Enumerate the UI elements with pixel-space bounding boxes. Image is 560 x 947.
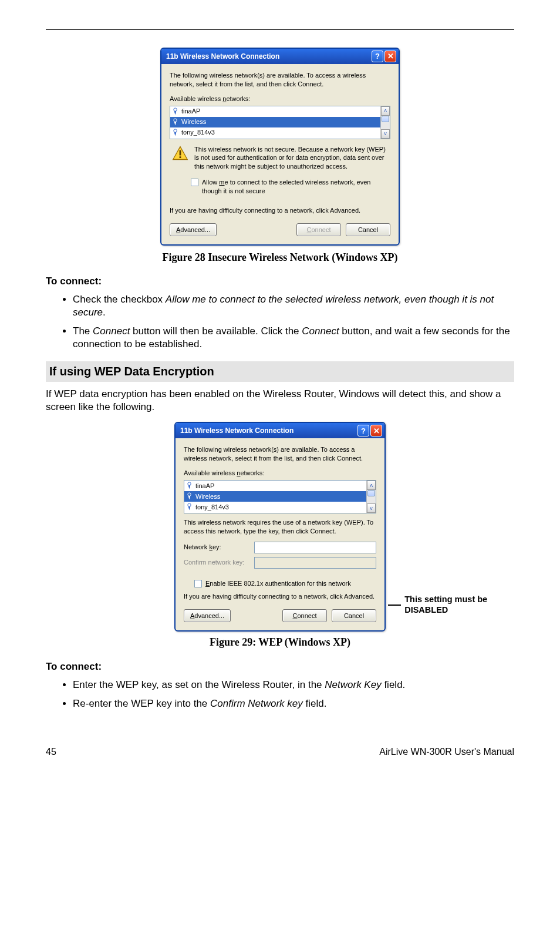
allow-connect-checkbox[interactable] — [191, 179, 198, 186]
list-item-label: tony_814v3 — [181, 128, 215, 137]
list-item-label: tony_814v3 — [195, 503, 229, 512]
help-button[interactable]: ? — [357, 425, 369, 436]
scroll-track[interactable] — [381, 116, 390, 129]
page-footer: 45 AirLive WN-300R User's Manual — [46, 745, 514, 757]
scroll-up-icon[interactable]: ʌ — [381, 106, 390, 116]
titlebar: 11b Wireless Network Connection ? ✕ — [161, 49, 399, 64]
list-item-label: tinaAP — [195, 482, 214, 491]
intro-text: The following wireless network(s) are av… — [184, 445, 376, 463]
title-text: 11b Wireless Network Connection — [180, 426, 356, 435]
svg-point-5 — [188, 482, 191, 485]
close-button[interactable]: ✕ — [370, 425, 382, 436]
close-button[interactable]: ✕ — [384, 51, 396, 62]
wep-paragraph: If WEP data encryption has been enabled … — [46, 388, 514, 414]
listbox-label: Available wireless networks: — [170, 95, 390, 103]
figure-28-dialog-wrap: 11b Wireless Network Connection ? ✕ The … — [46, 48, 514, 246]
antenna-icon — [173, 108, 178, 115]
confirm-key-label: Confirm network key: — [184, 558, 249, 567]
ieee-checkbox[interactable] — [194, 580, 202, 587]
list-item: Check the checkbox Allow me to connect t… — [73, 293, 514, 319]
top-rule — [46, 29, 514, 30]
list-item-label: Wireless — [181, 117, 206, 126]
scroll-up-icon[interactable]: ʌ — [367, 481, 376, 490]
xp-dialog-1: 11b Wireless Network Connection ? ✕ The … — [160, 48, 400, 246]
list-item[interactable]: tinaAP — [184, 481, 376, 491]
connect-button[interactable]: Connect — [282, 609, 327, 622]
list-item[interactable]: tony_814v3 — [170, 127, 390, 138]
button-row: Advanced... Connect Cancel — [170, 223, 390, 236]
listbox-scrollbar[interactable]: ʌ v — [380, 106, 390, 139]
advice-text: If you are having difficulty connecting … — [170, 206, 390, 215]
scroll-thumb[interactable] — [367, 490, 375, 497]
figure-28-caption: Figure 28 Insecure Wireless Network (Win… — [46, 250, 514, 264]
list-item: Enter the WEP key, as set on the Wireles… — [73, 679, 514, 691]
advice-text: If you are having difficulty connecting … — [184, 592, 376, 601]
svg-point-6 — [188, 493, 191, 496]
svg-point-1 — [174, 119, 177, 122]
figure-29-wrap: 11b Wireless Network Connection ? ✕ The … — [46, 422, 514, 632]
antenna-icon — [187, 493, 192, 500]
ieee-label: Enable IEEE 802.1x authentication for th… — [205, 579, 351, 588]
confirm-key-input — [254, 557, 376, 569]
confirm-key-row: Confirm network key: — [184, 557, 376, 569]
allow-connect-label: Allow me to connect to the selected wire… — [202, 178, 388, 196]
list-item-label: tinaAP — [181, 107, 200, 116]
dialog-body: The following wireless network(s) are av… — [176, 438, 384, 630]
svg-point-7 — [188, 503, 191, 506]
button-row: Advanced... Connect Cancel — [184, 609, 376, 622]
list-item-label: Wireless — [195, 492, 220, 501]
scroll-track[interactable] — [367, 490, 376, 503]
network-key-row: Network key: — [184, 542, 376, 553]
list-item: The Connect button will then be availabl… — [73, 325, 514, 351]
callout-text: This setting must be DISABLED — [404, 595, 514, 615]
network-listbox[interactable]: tinaAP Wireless tony_814v3 ʌ v — [184, 480, 376, 513]
scroll-down-icon[interactable]: v — [367, 503, 376, 513]
title-text: 11b Wireless Network Connection — [166, 52, 370, 61]
cancel-button[interactable]: Cancel — [346, 223, 390, 236]
list-item[interactable]: Wireless — [170, 117, 390, 127]
to-connect-heading-1: To connect: — [46, 275, 514, 288]
cancel-button[interactable]: Cancel — [332, 609, 376, 622]
connect-steps-2: Enter the WEP key, as set on the Wireles… — [46, 679, 514, 710]
ieee-checkbox-row: Enable IEEE 802.1x authentication for th… — [184, 572, 376, 592]
titlebar: 11b Wireless Network Connection ? ✕ — [176, 423, 384, 438]
intro-text: The following wireless network(s) are av… — [170, 71, 390, 89]
connect-button: Connect — [296, 223, 341, 236]
help-button[interactable]: ? — [372, 51, 383, 62]
list-item[interactable]: tinaAP — [170, 106, 390, 117]
network-listbox[interactable]: tinaAP Wireless tony_814v3 ʌ v — [170, 106, 390, 139]
listbox-scrollbar[interactable]: ʌ v — [366, 481, 376, 513]
antenna-icon — [173, 119, 178, 126]
warning-icon — [172, 145, 188, 162]
list-item: Re-enter the WEP key into the Confirm Ne… — [73, 697, 514, 710]
page-number: 45 — [46, 747, 56, 757]
figure-29-caption: Figure 29: WEP (Windows XP) — [46, 635, 514, 649]
svg-point-2 — [174, 129, 177, 132]
svg-rect-3 — [180, 150, 181, 155]
list-item[interactable]: tony_814v3 — [184, 502, 376, 512]
doc-title: AirLive WN-300R User's Manual — [379, 745, 514, 758]
antenna-icon — [187, 503, 192, 511]
xp-dialog-2: 11b Wireless Network Connection ? ✕ The … — [174, 422, 386, 632]
to-connect-heading-2: To connect: — [46, 660, 514, 674]
wep-key-info: This wireless network requires the use o… — [184, 518, 376, 536]
svg-rect-4 — [180, 156, 181, 158]
advanced-button[interactable]: Advanced... — [184, 609, 231, 622]
advanced-button[interactable]: Advanced... — [170, 223, 217, 236]
scroll-thumb[interactable] — [382, 116, 389, 123]
network-key-label: Network key: — [184, 543, 249, 552]
scroll-down-icon[interactable]: v — [381, 129, 390, 139]
allow-connect-checkbox-row: Allow me to connect to the selected wire… — [170, 171, 390, 199]
listbox-label: Available wireless networks: — [184, 469, 376, 478]
dialog-body: The following wireless network(s) are av… — [161, 64, 399, 244]
connect-steps-1: Check the checkbox Allow me to connect t… — [46, 293, 514, 351]
network-key-input[interactable] — [254, 542, 376, 553]
warning-text: This wireless network is not secure. Bec… — [194, 145, 388, 172]
disabled-callout: This setting must be DISABLED — [388, 595, 514, 615]
list-item[interactable]: Wireless — [184, 491, 376, 502]
warning-row: This wireless network is not secure. Bec… — [170, 139, 390, 172]
antenna-icon — [187, 482, 192, 489]
callout-line — [388, 605, 401, 606]
antenna-icon — [173, 129, 178, 136]
svg-point-0 — [174, 108, 177, 111]
